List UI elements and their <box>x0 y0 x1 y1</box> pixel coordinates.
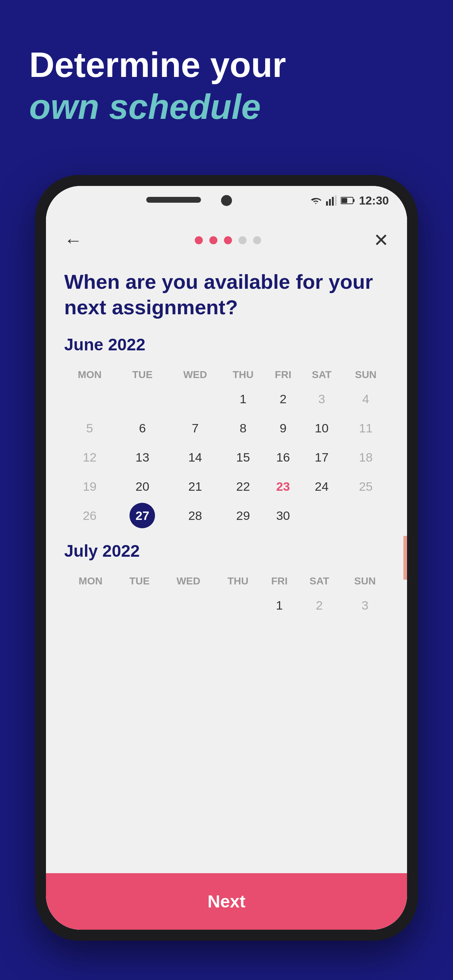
status-time: 12:30 <box>359 194 389 207</box>
table-row: 1 2 3 <box>64 590 389 620</box>
calendar-cell-empty <box>301 501 343 530</box>
calendar-cell-12[interactable]: 12 <box>64 442 115 472</box>
calendar-cell-23-today[interactable]: 23 <box>266 472 301 501</box>
status-icons: 12:30 <box>309 194 389 207</box>
calendar-cell-13[interactable]: 13 <box>115 442 170 472</box>
july-calendar-header-row: MON TUE WED THU FRI SAT SUN <box>64 572 389 590</box>
july-cell-2[interactable]: 2 <box>298 590 341 620</box>
calendar-cell-5[interactable]: 5 <box>64 414 115 442</box>
col-mon: MON <box>64 365 115 384</box>
col-wed: WED <box>170 365 221 384</box>
calendar-cell-18[interactable]: 18 <box>343 442 389 472</box>
calendar-cell-24[interactable]: 24 <box>301 472 343 501</box>
wifi-icon <box>309 196 322 205</box>
svg-rect-5 <box>353 199 354 202</box>
dot-3 <box>224 236 232 244</box>
july-month-label: July 2022 <box>64 541 389 561</box>
hero-title-teal: own schedule <box>29 86 424 127</box>
calendar-cell-17[interactable]: 17 <box>301 442 343 472</box>
calendar-cell-22[interactable]: 22 <box>221 472 266 501</box>
phone-speaker <box>146 197 201 203</box>
calendar-cell-8[interactable]: 8 <box>221 414 266 442</box>
june-calendar: June 2022 MON TUE WED THU FRI SAT SUN <box>46 328 407 538</box>
signal-icon <box>326 196 337 205</box>
calendar-cell-25[interactable]: 25 <box>343 472 389 501</box>
calendar-cell-16[interactable]: 16 <box>266 442 301 472</box>
battery-icon <box>341 197 355 205</box>
july-cell-1[interactable]: 1 <box>261 590 298 620</box>
svg-rect-0 <box>326 201 328 205</box>
svg-rect-6 <box>341 198 347 203</box>
calendar-cell-9[interactable]: 9 <box>266 414 301 442</box>
calendar-cell-28[interactable]: 28 <box>170 501 221 530</box>
table-row: 12 13 14 15 16 17 18 <box>64 442 389 472</box>
dot-5 <box>253 236 261 244</box>
calendar-cell-2[interactable]: 2 <box>266 384 301 414</box>
table-row: 19 20 21 22 23 24 25 <box>64 472 389 501</box>
july-cell-empty <box>162 590 215 620</box>
july-calendar: July 2022 MON TUE WED THU FRI SAT SUN <box>46 538 407 620</box>
svg-rect-3 <box>335 196 337 205</box>
phone-content: ← ✕ When are you available for your next… <box>46 215 407 930</box>
progress-dots <box>195 236 261 244</box>
col-thu: THU <box>221 365 266 384</box>
hero-section: Determine your own schedule <box>0 0 453 150</box>
july-col-tue: TUE <box>117 572 162 590</box>
july-col-mon: MON <box>64 572 117 590</box>
calendar-cell-7[interactable]: 7 <box>170 414 221 442</box>
calendar-cell-6[interactable]: 6 <box>115 414 170 442</box>
calendar-cell-20[interactable]: 20 <box>115 472 170 501</box>
calendar-cell-27-selected[interactable]: 27 <box>115 501 170 530</box>
july-col-sat: SAT <box>298 572 341 590</box>
status-bar: 12:30 <box>46 186 407 215</box>
svg-rect-2 <box>332 197 334 205</box>
july-cell-empty <box>117 590 162 620</box>
nav-bar: ← ✕ <box>46 215 407 258</box>
hero-title-white: Determine your <box>29 44 424 86</box>
table-row: 1 2 3 4 <box>64 384 389 414</box>
svg-rect-1 <box>329 199 331 205</box>
table-row: 26 27 28 29 30 <box>64 501 389 530</box>
calendar-cell-10[interactable]: 10 <box>301 414 343 442</box>
calendar-cell-30[interactable]: 30 <box>266 501 301 530</box>
next-button-container: Next <box>46 873 407 930</box>
calendar-cell-11[interactable]: 11 <box>343 414 389 442</box>
june-calendar-grid: MON TUE WED THU FRI SAT SUN <box>64 365 389 530</box>
dot-2 <box>209 236 217 244</box>
calendar-cell-15[interactable]: 15 <box>221 442 266 472</box>
next-button[interactable]: Next <box>46 873 407 930</box>
july-cell-empty <box>64 590 117 620</box>
close-button[interactable]: ✕ <box>373 230 389 251</box>
july-cell-3[interactable]: 3 <box>341 590 389 620</box>
phone-mockup: 12:30 ← ✕ <box>35 175 418 940</box>
july-col-fri: FRI <box>261 572 298 590</box>
calendar-cell-4[interactable]: 4 <box>343 384 389 414</box>
col-sat: SAT <box>301 365 343 384</box>
question-title: When are you available for your next ass… <box>64 269 389 320</box>
calendar-cell-empty <box>64 384 115 414</box>
calendar-cell-empty <box>343 501 389 530</box>
phone-screen: 12:30 ← ✕ <box>46 186 407 930</box>
col-tue: TUE <box>115 365 170 384</box>
side-accent <box>404 536 407 580</box>
phone-camera <box>221 195 232 206</box>
calendar-cell-26[interactable]: 26 <box>64 501 115 530</box>
calendar-cell-29[interactable]: 29 <box>221 501 266 530</box>
dot-1 <box>195 236 203 244</box>
june-month-label: June 2022 <box>64 335 389 355</box>
calendar-cell-14[interactable]: 14 <box>170 442 221 472</box>
july-col-thu: THU <box>215 572 261 590</box>
calendar-cell-19[interactable]: 19 <box>64 472 115 501</box>
calendar-cell-1[interactable]: 1 <box>221 384 266 414</box>
table-row: 5 6 7 8 9 10 11 <box>64 414 389 442</box>
col-sun: SUN <box>343 365 389 384</box>
july-col-wed: WED <box>162 572 215 590</box>
calendar-cell-empty <box>115 384 170 414</box>
july-col-sun: SUN <box>341 572 389 590</box>
question-section: When are you available for your next ass… <box>46 258 407 328</box>
calendar-cell-3[interactable]: 3 <box>301 384 343 414</box>
phone-outer: 12:30 ← ✕ <box>35 175 418 940</box>
calendar-cell-21[interactable]: 21 <box>170 472 221 501</box>
col-fri: FRI <box>266 365 301 384</box>
back-button[interactable]: ← <box>64 230 83 251</box>
